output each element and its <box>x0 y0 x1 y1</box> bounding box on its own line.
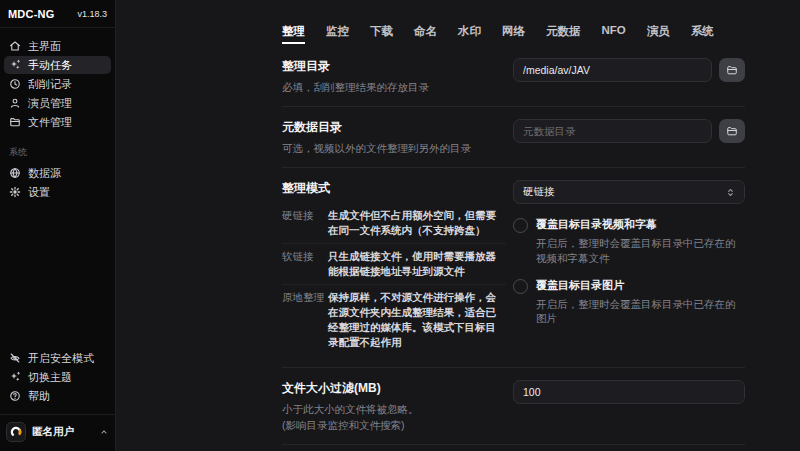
sparkles-icon <box>9 371 21 383</box>
section-organize-mode: 整理模式 硬链接生成文件但不占用额外空间，但需要在同一文件系统内（不支持跨盘）软… <box>282 168 745 367</box>
target-dir-label: 整理目录 <box>282 58 506 75</box>
folder-icon <box>726 64 738 76</box>
toggle-checkbox-overwrite-images[interactable] <box>513 279 528 294</box>
sidebar-item-manual-tasks[interactable]: 手动任务 <box>4 56 111 74</box>
sidebar-item-label: 主界面 <box>28 39 61 54</box>
sidebar-item-label: 文件管理 <box>28 115 72 130</box>
tab-system[interactable]: 系统 <box>691 24 714 44</box>
sidebar-item-label: 切换主题 <box>28 370 72 385</box>
sidebar-item-label: 帮助 <box>28 389 50 404</box>
globe-icon <box>9 167 21 179</box>
tab-organize[interactable]: 整理 <box>282 24 305 44</box>
sidebar-item-settings[interactable]: 设置 <box>4 183 111 201</box>
mode-term: 原地整理 <box>282 290 326 350</box>
toggle-desc: 开启后，整理时会覆盖目标目录中已存在的图片 <box>536 297 745 325</box>
tab-watermark[interactable]: 水印 <box>458 24 481 44</box>
home-icon <box>9 40 21 52</box>
mode-toggles: 覆盖目标目录视频和字幕开启后，整理时会覆盖目标目录中已存在的视频和字幕文件覆盖目… <box>513 217 745 325</box>
user-icon <box>9 97 21 109</box>
mode-definition-text: 保持原样，不对源文件进行操作，会在源文件夹内生成整理结果，适合已经整理过的媒体库… <box>328 290 506 350</box>
sparkles-icon <box>9 59 21 71</box>
size-filter-desc-line1: 小于此大小的文件将被忽略。 <box>282 402 506 416</box>
toggle-label: 覆盖目标目录视频和字幕 <box>536 217 745 232</box>
size-filter-label: 文件大小过滤(MB) <box>282 380 506 397</box>
main-area: 整理监控下载命名水印网络元数据NFO演员系统 整理目录 必填，刮削整理结果的存放… <box>116 0 800 451</box>
clock-icon <box>9 78 21 90</box>
sidebar-item-label: 开启安全模式 <box>28 351 94 366</box>
tab-network[interactable]: 网络 <box>502 24 525 44</box>
folder-icon <box>726 125 738 137</box>
tab-nfo[interactable]: NFO <box>602 24 626 44</box>
metadata-dir-input[interactable] <box>513 119 712 143</box>
sidebar-item-scrape-history[interactable]: 刮削记录 <box>4 75 111 93</box>
user-menu[interactable]: 匿名用户 <box>0 415 115 451</box>
section-metadata-dir: 元数据目录 可选，视频以外的文件整理到另外的目录 <box>282 107 745 168</box>
toggle-body: 覆盖目标目录图片开启后，整理时会覆盖目标目录中已存在的图片 <box>536 278 745 325</box>
sidebar-item-theme-toggle[interactable]: 切换主题 <box>4 368 111 386</box>
toggle-body: 覆盖目标目录视频和字幕开启后，整理时会覆盖目标目录中已存在的视频和字幕文件 <box>536 217 745 264</box>
target-dir-input[interactable] <box>513 58 712 82</box>
toggle-overwrite-images: 覆盖目标目录图片开启后，整理时会覆盖目标目录中已存在的图片 <box>513 278 745 325</box>
metadata-dir-browse-button[interactable] <box>719 119 745 143</box>
avatar <box>6 422 26 442</box>
mode-definition-hardlink: 硬链接生成文件但不占用额外空间，但需要在同一文件系统内（不支持跨盘） <box>282 203 506 244</box>
sidebar-item-data-sources[interactable]: 数据源 <box>4 164 111 182</box>
mode-definition-in-place: 原地整理保持原样，不对源文件进行操作，会在源文件夹内生成整理结果，适合已经整理过… <box>282 285 506 355</box>
organize-mode-selected-value: 硬链接 <box>523 185 555 199</box>
metadata-dir-label: 元数据目录 <box>282 119 506 136</box>
question-icon <box>9 390 21 402</box>
tab-naming[interactable]: 命名 <box>414 24 437 44</box>
sidebar: MDC-NG v1.18.3 主界面手动任务刮削记录演员管理文件管理 系统 数据… <box>0 0 116 451</box>
sidebar-item-file-management[interactable]: 文件管理 <box>4 113 111 131</box>
tab-download[interactable]: 下载 <box>370 24 393 44</box>
sidebar-footer: 开启安全模式切换主题帮助 <box>0 349 115 406</box>
eye-off-icon <box>9 352 21 364</box>
sidebar-section-label-system: 系统 <box>0 132 115 164</box>
sidebar-header: MDC-NG v1.18.3 <box>0 0 115 28</box>
tab-metadata[interactable]: 元数据 <box>546 24 581 44</box>
sidebar-item-label: 数据源 <box>28 166 61 181</box>
toggle-desc: 开启后，整理时会覆盖目标目录中已存在的视频和字幕文件 <box>536 236 745 264</box>
toggle-checkbox-overwrite-video-subs[interactable] <box>513 218 528 233</box>
metadata-dir-desc: 可选，视频以外的文件整理到另外的目录 <box>282 141 506 155</box>
sidebar-item-label: 手动任务 <box>28 58 72 73</box>
sidebar-item-label: 设置 <box>28 185 50 200</box>
app-window: MDC-NG v1.18.3 主界面手动任务刮削记录演员管理文件管理 系统 数据… <box>0 0 800 451</box>
chevron-updown-icon <box>725 187 736 198</box>
mode-term: 硬链接 <box>282 208 326 238</box>
sidebar-item-home[interactable]: 主界面 <box>4 37 111 55</box>
sidebar-item-actor-management[interactable]: 演员管理 <box>4 94 111 112</box>
mode-definition-symlink: 软链接只生成链接文件，使用时需要播放器能根据链接地址寻址到源文件 <box>282 244 506 285</box>
organize-mode-select[interactable]: 硬链接 <box>513 180 745 204</box>
size-filter-desc-line2: (影响目录监控和文件搜索) <box>282 418 506 432</box>
app-version: v1.18.3 <box>77 9 107 19</box>
chevron-up-icon <box>99 427 109 437</box>
folder-icon <box>9 116 21 128</box>
organize-mode-label: 整理模式 <box>282 180 506 197</box>
gear-icon <box>9 186 21 198</box>
section-size-filter: 文件大小过滤(MB) 小于此大小的文件将被忽略。 (影响目录监控和文件搜索) <box>282 368 745 445</box>
user-name: 匿名用户 <box>32 425 93 439</box>
app-logo-text: MDC-NG <box>8 8 54 20</box>
sidebar-item-safe-mode[interactable]: 开启安全模式 <box>4 349 111 367</box>
sidebar-nav: 主界面手动任务刮削记录演员管理文件管理 <box>0 28 115 132</box>
section-target-dir: 整理目录 必填，刮削整理结果的存放目录 <box>282 46 745 107</box>
toggle-label: 覆盖目标目录图片 <box>536 278 745 293</box>
section-file-whitelist: 文件类型白名单 只有文件名后缀在列表中的会被识别为资源处理 mp4×avi×rm… <box>282 445 745 451</box>
sidebar-item-label: 刮削记录 <box>28 77 72 92</box>
settings-tabs: 整理监控下载命名水印网络元数据NFO演员系统 <box>116 0 800 44</box>
sidebar-item-label: 演员管理 <box>28 96 72 111</box>
sidebar-nav-system: 数据源设置 <box>0 164 115 202</box>
mode-definitions: 硬链接生成文件但不占用额外空间，但需要在同一文件系统内（不支持跨盘）软链接只生成… <box>282 203 506 354</box>
mode-term: 软链接 <box>282 249 326 279</box>
sidebar-item-help[interactable]: 帮助 <box>4 387 111 405</box>
tab-monitor[interactable]: 监控 <box>326 24 349 44</box>
mode-definition-text: 只生成链接文件，使用时需要播放器能根据链接地址寻址到源文件 <box>328 249 506 279</box>
mode-definition-text: 生成文件但不占用额外空间，但需要在同一文件系统内（不支持跨盘） <box>328 208 506 238</box>
target-dir-desc: 必填，刮削整理结果的存放目录 <box>282 80 506 94</box>
tab-actors[interactable]: 演员 <box>647 24 670 44</box>
toggle-overwrite-video-subs: 覆盖目标目录视频和字幕开启后，整理时会覆盖目标目录中已存在的视频和字幕文件 <box>513 217 745 264</box>
target-dir-browse-button[interactable] <box>719 58 745 82</box>
settings-content: 整理目录 必填，刮削整理结果的存放目录 元数据目录 可选，视频以外的文件整理 <box>282 46 745 451</box>
size-filter-input[interactable] <box>513 380 745 404</box>
